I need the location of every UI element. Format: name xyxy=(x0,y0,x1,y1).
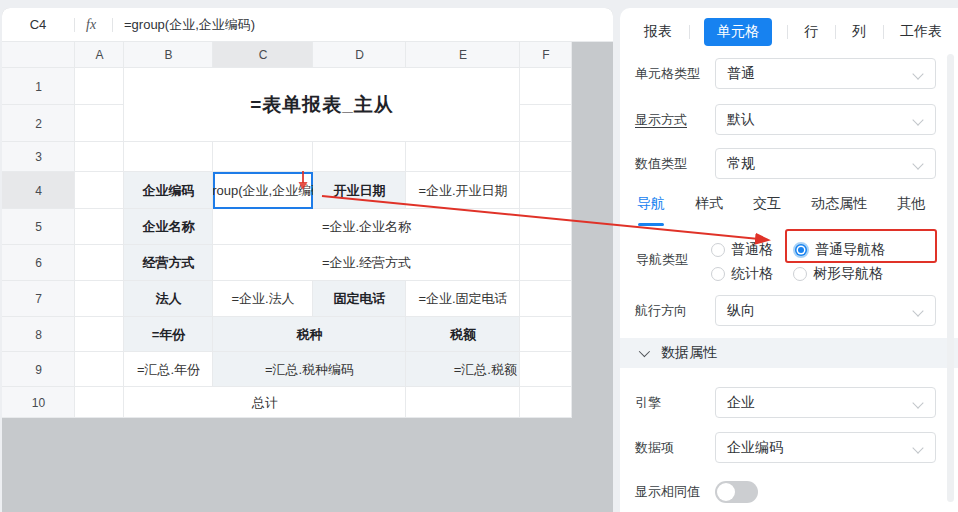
chevron-down-icon xyxy=(912,442,923,453)
cell-F2[interactable] xyxy=(520,105,572,142)
cell-D3[interactable] xyxy=(313,142,406,172)
field-show-same-value: 显示相同值 xyxy=(620,479,958,505)
cell-A8[interactable] xyxy=(75,317,124,352)
cell-A9[interactable] xyxy=(75,352,124,387)
cell-E7[interactable]: =企业.固定电话 xyxy=(406,281,520,317)
cell-A1[interactable] xyxy=(75,68,124,105)
cell-C5[interactable]: =企业.企业名称 xyxy=(213,209,520,245)
row-header-1[interactable]: 1 xyxy=(2,68,75,105)
show-same-value-toggle[interactable] xyxy=(715,481,758,503)
col-header-D[interactable]: D xyxy=(313,42,406,68)
col-header-C[interactable]: C xyxy=(213,42,313,68)
display-mode-label[interactable]: 显示方式 xyxy=(635,111,687,129)
cell-E4[interactable]: =企业.开业日期 xyxy=(406,172,520,209)
subtab-样式[interactable]: 样式 xyxy=(695,195,723,219)
cell-E3[interactable] xyxy=(406,142,520,172)
engine-dropdown[interactable]: 企业 xyxy=(715,387,936,418)
col-header-A[interactable]: A xyxy=(75,42,124,68)
chevron-down-icon xyxy=(912,114,923,125)
col-header-E[interactable]: E xyxy=(406,42,520,68)
row-header-6[interactable]: 6 xyxy=(2,245,75,281)
nav-direction-label: 航行方向 xyxy=(635,302,687,320)
cell-B4[interactable]: 企业编码 xyxy=(124,172,213,209)
cell-B6[interactable]: 经营方式 xyxy=(124,245,213,281)
subtab-导航[interactable]: 导航 xyxy=(637,195,665,219)
cell-F5[interactable] xyxy=(520,209,572,245)
tab-divider xyxy=(689,25,690,39)
tab-行[interactable]: 行 xyxy=(802,18,820,46)
row-header-4[interactable]: 4 xyxy=(2,172,75,209)
number-type-dropdown[interactable]: 常规 xyxy=(715,148,936,179)
cell-D4[interactable]: 开业日期 xyxy=(313,172,406,209)
row-header-10[interactable]: 10 xyxy=(2,387,75,418)
cell-F4[interactable] xyxy=(520,172,572,209)
radio-option-普通导航格[interactable]: 普通导航格 xyxy=(793,240,885,259)
row-header-3[interactable]: 3 xyxy=(2,142,75,172)
cell-type-dropdown[interactable]: 普通 xyxy=(715,58,936,89)
data-item-dropdown[interactable]: 企业编码 xyxy=(715,432,936,463)
cell-C9[interactable]: =汇总.税种编码 xyxy=(213,352,406,387)
cell-B5[interactable]: 企业名称 xyxy=(124,209,213,245)
row-header-2[interactable]: 2 xyxy=(2,105,75,142)
corner-cell[interactable] xyxy=(2,42,75,68)
nav-direction-dropdown[interactable]: 纵向 xyxy=(715,295,936,326)
data-properties-section-header[interactable]: 数据属性 xyxy=(620,338,958,368)
subtab-交互[interactable]: 交互 xyxy=(753,195,781,219)
row-header-7[interactable]: 7 xyxy=(2,281,75,317)
cell-C4[interactable]: =group(企业,企业编码) xyxy=(213,172,313,209)
section-label: 数据属性 xyxy=(661,344,717,362)
cell-B7[interactable]: 法人 xyxy=(124,281,213,317)
cell-B9[interactable]: =汇总.年份 xyxy=(124,352,213,387)
cell-F3[interactable] xyxy=(520,142,572,172)
cell-A4[interactable] xyxy=(75,172,124,209)
cell-E8[interactable]: 税额 xyxy=(406,317,520,352)
cell-F10[interactable] xyxy=(520,387,572,418)
cell-A7[interactable] xyxy=(75,281,124,317)
subtab-动态属性[interactable]: 动态属性 xyxy=(811,195,867,219)
cell-C6[interactable]: =企业.经营方式 xyxy=(213,245,520,281)
cell-F8[interactable] xyxy=(520,317,572,352)
cell-F9[interactable] xyxy=(520,352,572,387)
cell-A2[interactable] xyxy=(75,105,124,142)
tab-单元格[interactable]: 单元格 xyxy=(704,18,772,46)
cell-A6[interactable] xyxy=(75,245,124,281)
field-data-item: 数据项 企业编码 xyxy=(620,432,958,464)
cell-E9[interactable]: =汇总.税额 xyxy=(406,352,520,387)
cell-F6[interactable] xyxy=(520,245,572,281)
cell-B8[interactable]: =年份 xyxy=(124,317,213,352)
engine-label: 引擎 xyxy=(635,394,661,412)
cell-B3[interactable] xyxy=(124,142,213,172)
spreadsheet-workspace: C4 fx =group(企业,企业编码) ABCDEF12345678910=… xyxy=(2,8,613,512)
cell-F7[interactable] xyxy=(520,281,572,317)
cell-B10[interactable]: 总计 xyxy=(124,387,406,418)
col-header-B[interactable]: B xyxy=(124,42,213,68)
cell-A10[interactable] xyxy=(75,387,124,418)
subtab-其他[interactable]: 其他 xyxy=(897,195,925,219)
radio-option-普通格[interactable]: 普通格 xyxy=(711,240,793,259)
radio-option-统计格[interactable]: 统计格 xyxy=(711,264,793,283)
tab-列[interactable]: 列 xyxy=(850,18,868,46)
divider xyxy=(74,18,75,32)
cell-C7[interactable]: =企业.法人 xyxy=(213,281,313,317)
cell-A5[interactable] xyxy=(75,209,124,245)
cell-E10[interactable] xyxy=(406,387,520,418)
display-mode-dropdown[interactable]: 默认 xyxy=(715,104,936,135)
cell-reference-box[interactable]: C4 xyxy=(2,8,74,41)
row-header-9[interactable]: 9 xyxy=(2,352,75,387)
radio-option-树形导航格[interactable]: 树形导航格 xyxy=(793,264,885,283)
radio-icon xyxy=(793,267,807,281)
cell-C8[interactable]: 税种 xyxy=(213,317,406,352)
cell-C3[interactable] xyxy=(213,142,313,172)
cell-A3[interactable] xyxy=(75,142,124,172)
row-header-5[interactable]: 5 xyxy=(2,209,75,245)
tab-报表[interactable]: 报表 xyxy=(642,18,674,46)
row-header-8[interactable]: 8 xyxy=(2,317,75,352)
cell-F1[interactable] xyxy=(520,68,572,105)
col-header-F[interactable]: F xyxy=(520,42,572,68)
tab-工作表[interactable]: 工作表 xyxy=(898,18,944,46)
spreadsheet: ABCDEF12345678910=表单报表_主从企业编码=group(企业,企… xyxy=(2,42,572,418)
cell-D7[interactable]: 固定电话 xyxy=(313,281,406,317)
formula-input[interactable]: =group(企业,企业编码) xyxy=(124,8,255,41)
panel-scrollbar[interactable] xyxy=(947,54,954,502)
cell-B1[interactable]: =表单报表_主从 xyxy=(124,68,520,142)
